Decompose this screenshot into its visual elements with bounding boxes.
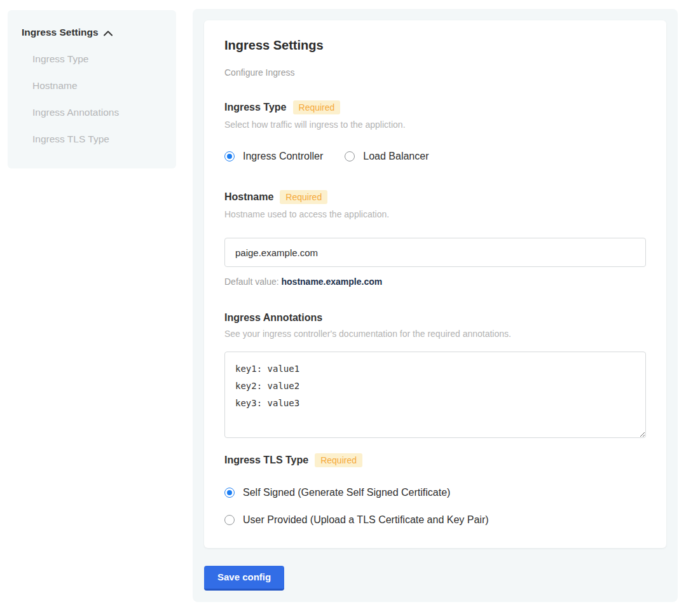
- radio-self-signed-label: Self Signed (Generate Self Signed Certif…: [243, 487, 450, 498]
- section-hostname: Hostname Required Hostname used to acces…: [224, 190, 646, 287]
- hostname-default-value: hostname.example.com: [282, 277, 383, 287]
- config-panel: Ingress Settings Configure Ingress Ingre…: [193, 9, 678, 602]
- ingress-tls-type-title: Ingress TLS Type: [224, 455, 308, 466]
- sidebar-item-ingress-annotations[interactable]: Ingress Annotations: [32, 107, 162, 118]
- ingress-type-title: Ingress Type: [224, 102, 287, 113]
- hostname-help: Hostname used to access the application.: [224, 209, 646, 219]
- ingress-type-help: Select how traffic will ingress to the a…: [224, 120, 646, 130]
- page-title: Ingress Settings: [224, 38, 646, 53]
- page-subtitle: Configure Ingress: [224, 67, 646, 78]
- ingress-annotations-title: Ingress Annotations: [224, 312, 322, 324]
- required-badge: Required: [315, 453, 362, 467]
- hostname-title: Hostname: [224, 191, 273, 203]
- sidebar-item-hostname[interactable]: Hostname: [32, 80, 162, 92]
- chevron-up-icon: [104, 31, 113, 36]
- hostname-default-label: Default value:: [224, 277, 279, 287]
- hostname-input[interactable]: [224, 238, 646, 267]
- radio-ingress-controller[interactable]: Ingress Controller: [224, 151, 323, 162]
- radio-selected-icon: [224, 151, 235, 161]
- ingress-annotations-help: See your ingress controller's documentat…: [224, 329, 646, 339]
- radio-self-signed[interactable]: Self Signed (Generate Self Signed Certif…: [224, 487, 646, 498]
- config-card: Ingress Settings Configure Ingress Ingre…: [204, 20, 666, 548]
- ingress-annotations-textarea[interactable]: key1: value1 key2: value2 key3: value3: [224, 352, 646, 438]
- radio-load-balancer[interactable]: Load Balancer: [345, 151, 429, 162]
- radio-unselected-icon: [345, 151, 355, 161]
- sidebar-group-ingress-settings[interactable]: Ingress Settings: [22, 27, 162, 38]
- hostname-default-line: Default value: hostname.example.com: [224, 277, 646, 287]
- required-badge: Required: [293, 100, 341, 114]
- radio-ingress-controller-label: Ingress Controller: [243, 151, 323, 162]
- required-badge: Required: [280, 190, 327, 204]
- save-config-button[interactable]: Save config: [204, 566, 284, 591]
- radio-user-provided-label: User Provided (Upload a TLS Certificate …: [243, 514, 489, 526]
- sidebar-item-ingress-tls-type[interactable]: Ingress TLS Type: [32, 133, 162, 145]
- radio-unselected-icon: [224, 515, 235, 525]
- section-ingress-type: Ingress Type Required Select how traffic…: [224, 100, 646, 162]
- radio-load-balancer-label: Load Balancer: [363, 151, 429, 162]
- config-nav-sidebar: Ingress Settings Ingress Type Hostname I…: [8, 10, 176, 168]
- ingress-tls-radio-group: Self Signed (Generate Self Signed Certif…: [224, 487, 646, 526]
- sidebar-item-list: Ingress Type Hostname Ingress Annotation…: [22, 53, 162, 145]
- sidebar-item-ingress-type[interactable]: Ingress Type: [32, 53, 162, 65]
- radio-selected-icon: [224, 488, 235, 498]
- radio-user-provided[interactable]: User Provided (Upload a TLS Certificate …: [224, 514, 646, 526]
- section-ingress-annotations: Ingress Annotations See your ingress con…: [224, 312, 646, 438]
- ingress-type-radio-group: Ingress Controller Load Balancer: [224, 151, 646, 162]
- section-ingress-tls-type: Ingress TLS Type Required Self Signed (G…: [224, 453, 646, 526]
- sidebar-group-label: Ingress Settings: [22, 27, 99, 38]
